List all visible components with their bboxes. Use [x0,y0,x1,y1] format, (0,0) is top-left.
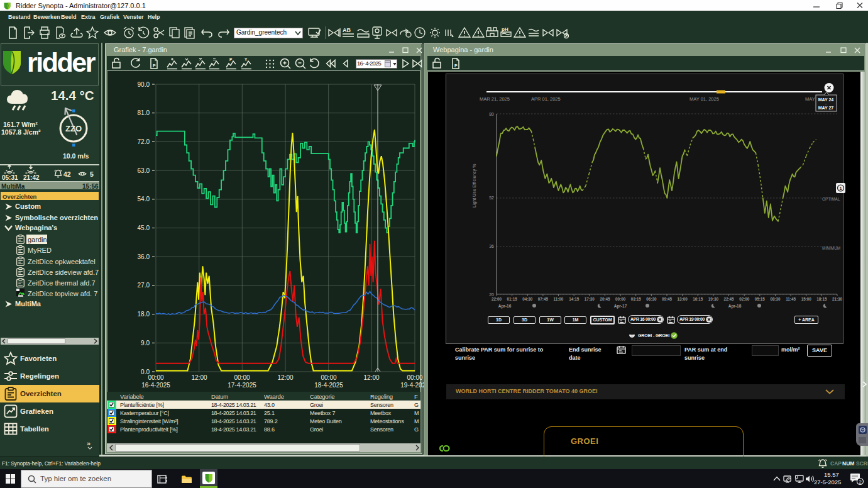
svg-text:09:45: 09:45 [662,297,673,301]
svg-text:20:45: 20:45 [600,297,610,301]
svg-text:Light Use Efficiency %: Light Use Efficiency % [472,164,477,208]
svg-text:80: 80 [489,112,494,116]
svg-text:19:30: 19:30 [708,297,719,301]
svg-text:00:00: 00:00 [615,297,626,301]
svg-text:02:00: 02:00 [739,297,750,301]
svg-text:MAY 27: MAY 27 [818,106,834,110]
svg-text:MAY 24: MAY 24 [818,97,834,102]
svg-text:i: i [839,186,842,191]
svg-text:36: 36 [489,244,494,248]
svg-text:04:30: 04:30 [522,297,533,301]
svg-text:OPTIMAL: OPTIMAL [822,197,840,201]
svg-text:08:30: 08:30 [770,297,781,301]
svg-text:11:45: 11:45 [786,297,796,301]
svg-text:APR 01, 2025: APR 01, 2025 [531,96,561,102]
svg-text:21:30: 21:30 [832,297,843,301]
svg-text:11:00: 11:00 [554,297,564,301]
svg-text:15:00: 15:00 [801,297,812,301]
svg-text:03:15: 03:15 [631,297,642,301]
svg-text:16:15: 16:15 [693,297,703,301]
svg-text:07:45: 07:45 [538,297,549,301]
svg-text:Apr-18: Apr-18 [728,304,742,309]
svg-text:14:15: 14:15 [569,297,580,301]
svg-text:Apr-17: Apr-17 [614,304,627,309]
svg-text:17:30: 17:30 [585,297,595,301]
svg-text:2: 2 [859,479,861,485]
svg-text:20: 20 [489,292,494,297]
svg-text:13:00: 13:00 [678,297,688,301]
svg-text:22:00: 22:00 [492,297,502,301]
svg-text:06:30: 06:30 [646,297,657,301]
svg-text:22:45: 22:45 [723,297,734,301]
svg-text:52: 52 [489,196,494,200]
svg-text:05:15: 05:15 [755,297,766,301]
svg-text:MINIMUM: MINIMUM [822,246,840,250]
svg-text:18:15: 18:15 [816,297,827,301]
svg-text:MAR 21, 2025: MAR 21, 2025 [480,96,510,102]
svg-text:MAY 01, 2025: MAY 01, 2025 [689,96,719,102]
svg-text:01:15: 01:15 [507,297,518,301]
svg-text:Apr-16: Apr-16 [498,304,512,309]
